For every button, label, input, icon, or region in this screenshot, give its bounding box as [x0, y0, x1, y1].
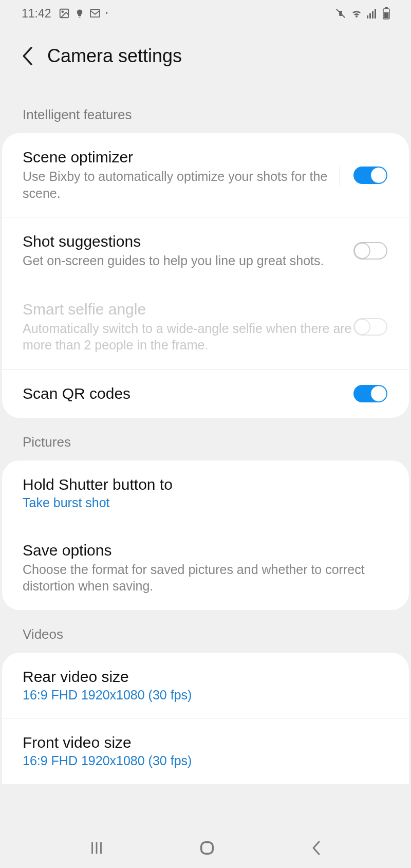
row-title: Save options	[23, 542, 387, 559]
back-icon[interactable]	[21, 46, 34, 66]
row-scene-optimizer[interactable]: Scene optimizer Use Bixby to automatical…	[2, 133, 409, 217]
toggle-shot-suggestions[interactable]	[353, 242, 387, 260]
toggle-scene-optimizer[interactable]	[353, 167, 387, 184]
row-value: 16:9 FHD 1920x1080 (30 fps)	[23, 753, 387, 768]
nav-back-button[interactable]	[309, 839, 323, 857]
recents-button[interactable]	[88, 839, 105, 857]
navigation-bar	[0, 828, 411, 868]
row-title: Smart selfie angle	[23, 301, 353, 318]
row-front-video[interactable]: Front video size 16:9 FHD 1920x1080 (30 …	[2, 718, 409, 784]
toggle-scan-qr[interactable]	[353, 385, 387, 402]
section-videos: Rear video size 16:9 FHD 1920x1080 (30 f…	[2, 653, 409, 784]
svg-rect-4	[369, 13, 371, 19]
row-title: Rear video size	[23, 668, 387, 686]
row-sub: Get on-screen guides to help you line up…	[23, 252, 353, 269]
section-header-pictures: Pictures	[0, 430, 411, 460]
section-intelligent: Scene optimizer Use Bixby to automatical…	[2, 133, 409, 418]
bulb-icon	[75, 8, 84, 19]
svg-rect-8	[385, 7, 388, 9]
svg-rect-2	[90, 10, 100, 17]
row-sub: Use Bixby to automatically optimize your…	[23, 168, 331, 201]
row-rear-video[interactable]: Rear video size 16:9 FHD 1920x1080 (30 f…	[2, 653, 409, 718]
battery-icon	[382, 7, 390, 20]
status-left: 11:42 •	[22, 7, 108, 21]
section-header-intelligent: Intelligent features	[0, 103, 411, 133]
row-hold-shutter[interactable]: Hold Shutter button to Take burst shot	[2, 460, 409, 526]
row-title: Hold Shutter button to	[23, 476, 387, 493]
wifi-icon	[350, 8, 363, 19]
row-value: 16:9 FHD 1920x1080 (30 fps)	[23, 688, 387, 703]
svg-rect-6	[375, 9, 376, 19]
status-time: 11:42	[22, 7, 51, 21]
page-header: Camera settings	[0, 27, 411, 77]
row-scan-qr[interactable]: Scan QR codes	[2, 370, 409, 418]
svg-rect-5	[372, 11, 373, 19]
toggle-smart-selfie	[353, 318, 387, 336]
mail-icon	[89, 9, 101, 18]
divider	[340, 165, 340, 186]
dot-icon: •	[106, 10, 108, 17]
signal-icon	[367, 8, 378, 19]
row-smart-selfie: Smart selfie angle Automatically switch …	[2, 285, 409, 370]
row-title: Scene optimizer	[23, 149, 331, 166]
image-icon	[59, 8, 70, 19]
status-bar: 11:42 •	[0, 0, 411, 27]
row-save-options[interactable]: Save options Choose the format for saved…	[2, 526, 409, 610]
status-right	[335, 7, 390, 20]
section-pictures: Hold Shutter button to Take burst shot S…	[2, 460, 409, 610]
row-sub: Automatically switch to a wide-angle sel…	[23, 320, 353, 354]
svg-rect-3	[367, 15, 368, 19]
section-header-videos: Videos	[0, 622, 411, 653]
vibrate-icon	[335, 8, 346, 19]
row-title: Front video size	[23, 734, 387, 751]
page-title: Camera settings	[47, 45, 182, 67]
home-button[interactable]	[198, 839, 216, 857]
svg-point-1	[62, 11, 63, 12]
row-title: Shot suggestions	[23, 233, 353, 250]
svg-rect-13	[201, 842, 213, 854]
row-value: Take burst shot	[23, 495, 387, 510]
row-sub: Choose the format for saved pictures and…	[23, 561, 387, 595]
row-title: Scan QR codes	[23, 385, 353, 402]
row-shot-suggestions[interactable]: Shot suggestions Get on-screen guides to…	[2, 217, 409, 285]
svg-rect-9	[384, 12, 389, 19]
